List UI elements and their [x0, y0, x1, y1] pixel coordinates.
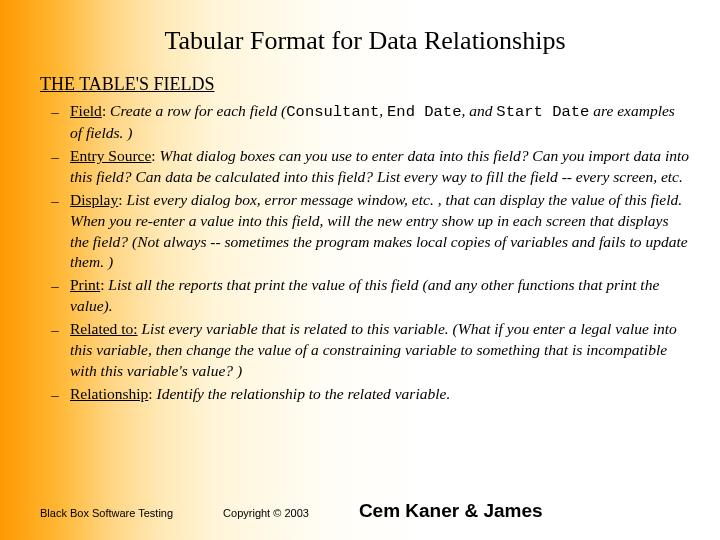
field-desc: List all the reports that print the valu… — [70, 276, 659, 314]
mono-text: End Date — [387, 103, 461, 121]
bullet-dash: – — [40, 101, 70, 122]
item-body: Print: List all the reports that print t… — [70, 275, 690, 317]
list-item: – Related to: List every variable that i… — [40, 319, 690, 382]
field-label: Print — [70, 276, 100, 293]
item-body: Entry Source: What dialog boxes can you … — [70, 146, 690, 188]
bullet-dash: – — [40, 275, 70, 296]
slide: Tabular Format for Data Relationships TH… — [0, 0, 720, 540]
list-item: – Relationship: Identify the relationshi… — [40, 384, 690, 405]
fields-heading: THE TABLE'S FIELDS — [40, 74, 690, 95]
bullet-dash: – — [40, 384, 70, 405]
list-item: – Display: List every dialog box, error … — [40, 190, 690, 274]
sep: : — [102, 102, 110, 119]
slide-title: Tabular Format for Data Relationships — [40, 26, 690, 56]
field-label: Relationship — [70, 385, 148, 402]
footer-copyright: Copyright © 2003 — [223, 507, 309, 519]
bullet-dash: – — [40, 146, 70, 167]
field-desc: List every dialog box, error message win… — [70, 191, 688, 271]
field-desc: List every variable that is related to t… — [70, 320, 677, 379]
field-label: Field — [70, 102, 102, 119]
sep: : — [148, 385, 156, 402]
item-body: Related to: List every variable that is … — [70, 319, 690, 382]
footer-left: Black Box Software Testing — [40, 507, 173, 519]
footer-authors: Cem Kaner & James — [359, 500, 543, 522]
bullet-dash: – — [40, 319, 70, 340]
footer: Black Box Software Testing Copyright © 2… — [40, 500, 690, 522]
mono-text: Start Date — [496, 103, 589, 121]
sep: : — [151, 147, 159, 164]
field-label: Related to: — [70, 320, 138, 337]
mono-text: Consultant — [286, 103, 379, 121]
list-item: – Entry Source: What dialog boxes can yo… — [40, 146, 690, 188]
list-item: – Field: Create a row for each field (Co… — [40, 101, 690, 144]
list-item: – Print: List all the reports that print… — [40, 275, 690, 317]
field-label: Entry Source — [70, 147, 151, 164]
field-desc: Create a row for each field (Consultant,… — [70, 102, 675, 141]
bullet-dash: – — [40, 190, 70, 211]
field-label: Display — [70, 191, 118, 208]
field-desc: What dialog boxes can you use to enter d… — [70, 147, 689, 185]
item-body: Display: List every dialog box, error me… — [70, 190, 690, 274]
item-body: Relationship: Identify the relationship … — [70, 384, 690, 405]
field-desc: Identify the relationship to the related… — [157, 385, 451, 402]
fields-list: – Field: Create a row for each field (Co… — [40, 101, 690, 405]
item-body: Field: Create a row for each field (Cons… — [70, 101, 690, 144]
